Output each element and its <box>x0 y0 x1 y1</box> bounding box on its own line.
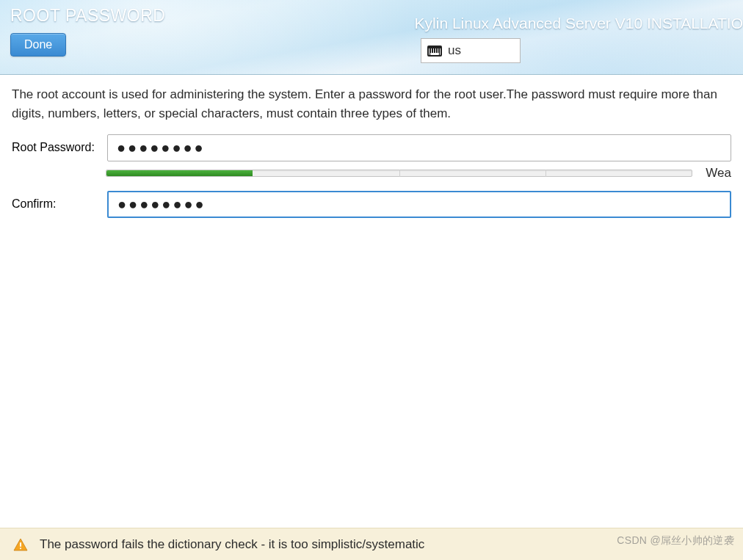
warning-icon <box>13 538 28 551</box>
done-button[interactable]: Done <box>10 33 66 57</box>
password-strength-label: Wea <box>706 166 731 181</box>
warning-text: The password fails the dictionary check … <box>40 537 424 552</box>
password-strength-fill <box>106 170 253 176</box>
content-area: The root account is used for administeri… <box>0 75 743 218</box>
installer-title: Kylin Linux Advanced Server V10 INSTALLA… <box>415 15 743 32</box>
header: ROOT PASSWORD Done Kylin Linux Advanced … <box>0 0 743 75</box>
svg-rect-1 <box>20 548 21 549</box>
warning-bar: The password fails the dictionary check … <box>0 528 743 560</box>
confirm-password-input[interactable] <box>107 191 731 218</box>
keyboard-icon <box>427 46 442 57</box>
svg-rect-0 <box>20 542 21 547</box>
confirm-password-label: Confirm: <box>12 197 107 211</box>
password-strength-bar <box>106 170 692 177</box>
root-password-input[interactable] <box>107 134 731 161</box>
keyboard-layout-selector[interactable]: us <box>421 38 521 63</box>
password-strength-row: Wea <box>12 166 731 181</box>
description-text: The root account is used for administeri… <box>12 85 731 124</box>
confirm-password-row: Confirm: <box>12 191 731 218</box>
keyboard-layout-label: us <box>448 43 461 58</box>
root-password-label: Root Password: <box>12 141 107 154</box>
root-password-row: Root Password: <box>12 134 731 161</box>
